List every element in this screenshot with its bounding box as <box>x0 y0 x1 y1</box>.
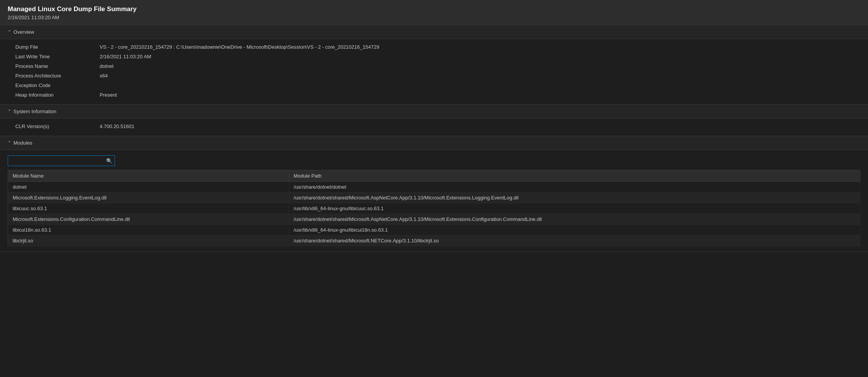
modules-chevron-icon: ⌃ <box>8 140 11 145</box>
system-info-section-header[interactable]: ⌃ System Information <box>0 105 868 119</box>
module-name-cell: Microsoft.Extensions.Configuration.Comma… <box>8 214 289 225</box>
module-name-cell: libicuuc.so.63.1 <box>8 203 289 214</box>
heap-information-label: Heap Information <box>15 91 100 99</box>
module-path-cell: /usr/share/dotnet/shared/Microsoft.NETCo… <box>289 235 860 246</box>
search-icon: 🔍 <box>106 158 112 164</box>
overview-info-grid: Dump File VS - 2 - core_20210216_154729 … <box>0 39 868 104</box>
table-row: libicui18n.so.63.1/usr/lib/x86_64-linux-… <box>8 225 860 235</box>
search-container: 🔍 <box>8 155 860 166</box>
clr-version-label: CLR Version(s) <box>15 122 100 130</box>
process-name-value: dotnet <box>100 62 860 70</box>
table-row: dotnet/usr/share/dotnet/dotnet <box>8 182 860 193</box>
process-architecture-value: x64 <box>100 72 860 80</box>
modules-section-header[interactable]: ⌃ Modules <box>0 136 868 150</box>
system-info-grid: CLR Version(s) 4.700.20.51601 <box>0 119 868 136</box>
overview-chevron-icon: ⌃ <box>8 30 11 35</box>
modules-table: Module Name Module Path dotnet/usr/share… <box>8 170 860 246</box>
module-path-cell: /usr/lib/x86_64-linux-gnu/libicui18n.so.… <box>289 225 860 235</box>
process-name-label: Process Name <box>15 62 100 70</box>
page-datetime: 2/16/2021 11:03:20 AM <box>8 15 860 20</box>
module-path-cell: /usr/share/dotnet/shared/Microsoft.AspNe… <box>289 214 860 225</box>
module-path-cell: /usr/share/dotnet/shared/Microsoft.AspNe… <box>289 193 860 203</box>
last-write-time-value: 2/16/2021 11:03:20 AM <box>100 53 860 61</box>
module-name-column-header: Module Name <box>8 170 289 182</box>
table-row: Microsoft.Extensions.Logging.EventLog.dl… <box>8 193 860 203</box>
modules-search-input[interactable] <box>10 158 106 164</box>
module-name-cell: dotnet <box>8 182 289 193</box>
system-info-chevron-icon: ⌃ <box>8 109 11 114</box>
last-write-time-label: Last Write Time <box>15 53 100 61</box>
module-name-cell: Microsoft.Extensions.Logging.EventLog.dl… <box>8 193 289 203</box>
overview-section-label: Overview <box>13 29 34 35</box>
exception-code-value <box>100 81 860 89</box>
dump-file-label: Dump File <box>15 43 100 51</box>
exception-code-label: Exception Code <box>15 81 100 89</box>
module-name-cell: libicui18n.so.63.1 <box>8 225 289 235</box>
modules-section-label: Modules <box>13 140 32 146</box>
search-box[interactable]: 🔍 <box>8 155 115 166</box>
page-header: Managed Linux Core Dump File Summary 2/1… <box>0 0 868 25</box>
module-name-cell: libclrjit.so <box>8 235 289 246</box>
table-row: libicuuc.so.63.1/usr/lib/x86_64-linux-gn… <box>8 203 860 214</box>
modules-content: 🔍 Module Name Module Path dotnet/usr/sha… <box>0 150 868 252</box>
module-path-cell: /usr/lib/x86_64-linux-gnu/libicuuc.so.63… <box>289 203 860 214</box>
modules-section: ⌃ Modules 🔍 Module Name Module Path dotn… <box>0 136 868 252</box>
modules-table-header-row: Module Name Module Path <box>8 170 860 182</box>
system-info-section-label: System Information <box>13 109 56 114</box>
table-row: Microsoft.Extensions.Configuration.Comma… <box>8 214 860 225</box>
system-information-section: ⌃ System Information CLR Version(s) 4.70… <box>0 105 868 136</box>
process-architecture-label: Process Architecture <box>15 72 100 80</box>
heap-information-value: Present <box>100 91 860 99</box>
page-title: Managed Linux Core Dump File Summary <box>8 5 860 13</box>
overview-section-header[interactable]: ⌃ Overview <box>0 25 868 39</box>
overview-section: ⌃ Overview Dump File VS - 2 - core_20210… <box>0 25 868 105</box>
dump-file-value: VS - 2 - core_20210216_154729 : C:\Users… <box>100 43 860 51</box>
module-path-column-header: Module Path <box>289 170 860 182</box>
table-row: libclrjit.so/usr/share/dotnet/shared/Mic… <box>8 235 860 246</box>
clr-version-value: 4.700.20.51601 <box>100 122 860 130</box>
module-path-cell: /usr/share/dotnet/dotnet <box>289 182 860 193</box>
